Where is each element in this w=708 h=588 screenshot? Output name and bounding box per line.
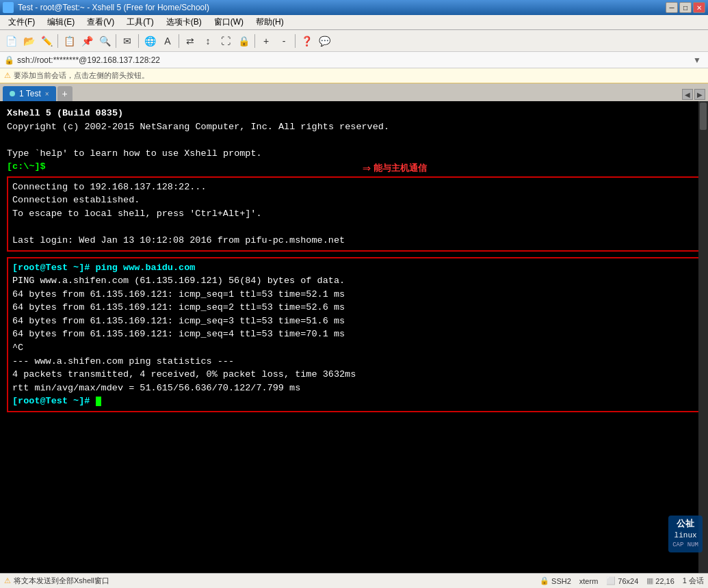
paste-button[interactable]: 📌 (79, 33, 95, 49)
terminal[interactable]: Xshell 5 (Build 0835) Copyright (c) 2002… (0, 101, 708, 573)
close-button[interactable]: ✕ (693, 2, 705, 13)
watermark-line3: CAP NUM (672, 541, 698, 550)
zoom-in-button[interactable]: + (258, 33, 274, 49)
box2-line-6: ^C (12, 341, 696, 355)
box2-line-2: 64 bytes from 61.135.169.121: icmp_seq=1… (12, 288, 696, 302)
toolbar-separator-6 (295, 34, 296, 48)
watermark-line2: linux (672, 531, 698, 541)
titlebar-buttons: ─ □ ✕ (666, 2, 705, 13)
box2-line-8: 4 packets transmitted, 4 received, 0% pa… (12, 368, 696, 382)
status-session: 1 会话 (683, 576, 704, 586)
status-xterm: xterm (579, 577, 599, 585)
tab-label: 1 Test (19, 89, 41, 98)
toolbar-separator-4 (179, 34, 179, 48)
statusbar-left-text: 将文本发送到全部Xshell窗口 (14, 576, 109, 586)
about-button[interactable]: 💬 (316, 33, 332, 49)
menubar: 文件(F) 编辑(E) 查看(V) 工具(T) 选项卡(B) 窗口(W) 帮助(… (0, 15, 708, 30)
pos-icon: ▦ (646, 576, 653, 585)
size-label: 76x24 (618, 577, 638, 585)
menu-help[interactable]: 帮助(H) (250, 15, 289, 29)
address-text[interactable]: ssh://root:********@192.168.137.128:22 (17, 55, 160, 65)
maximize-button[interactable]: □ (679, 2, 692, 13)
terminal-box-1: Connecting to 192.168.137.128:22... Conn… (7, 176, 701, 252)
terminal-header-1: Xshell 5 (Build 0835) (7, 107, 701, 120)
tab-navigation: ◀ ▶ (682, 89, 705, 101)
scrollbar-thumb[interactable] (700, 103, 707, 130)
watermark-line1: 公祉 (672, 518, 698, 531)
box2-line-0: [root@Test ~]# ping www.baidu.com (12, 261, 696, 275)
tab-close-button[interactable]: × (45, 90, 49, 98)
box1-line-2: To escape to local shell, press 'Ctrl+Al… (12, 207, 696, 221)
menu-edit[interactable]: 编辑(E) (42, 15, 80, 29)
prompt-line-1: [c:\~]$ ⇒ 能与主机通信 (7, 160, 701, 174)
box2-line-4: 64 bytes from 61.135.169.121: icmp_seq=3… (12, 315, 696, 328)
lock-button[interactable]: 🔒 (235, 33, 252, 49)
tab-1-test[interactable]: 1 Test × (3, 86, 56, 101)
box2-line-5: 64 bytes from 61.135.169.121: icmp_seq=4… (12, 328, 696, 341)
box1-line-4: Last login: Wed Jan 13 10:12:08 2016 fro… (12, 234, 696, 248)
infobar: ⚠ 要添加当前会话，点击左侧的箭头按钮。 (0, 68, 708, 83)
box2-line-10: [root@Test ~]# (12, 395, 696, 408)
box1-line-blank (12, 221, 696, 235)
new-session-button[interactable]: 📄 (3, 33, 19, 49)
toolbar-separator-3 (138, 34, 139, 48)
zoom-out-button[interactable]: - (276, 33, 292, 49)
app-icon (3, 2, 14, 13)
tab-next-button[interactable]: ▶ (694, 89, 705, 100)
terminal-header-blank (7, 133, 701, 147)
annotation-1: ⇒ 能与主机通信 (363, 159, 427, 178)
statusbar-right: 🔒 SSH2 xterm ⬜ 76x24 ▦ 22,16 1 会话 (540, 576, 704, 586)
statusbar-left: ⚠ 将文本发送到全部Xshell窗口 (4, 576, 534, 586)
size-icon: ⬜ (606, 576, 616, 585)
menu-window[interactable]: 窗口(W) (209, 15, 249, 29)
address-dropdown[interactable]: ▼ (693, 55, 704, 65)
tabbar: 1 Test × + ◀ ▶ (0, 83, 708, 101)
status-ssh2: 🔒 SSH2 (540, 576, 571, 585)
help-button[interactable]: ❓ (298, 33, 315, 49)
addressbar: 🔒 ssh://root:********@192.168.137.128:22… (0, 52, 708, 68)
box2-line-1: PING www.a.shifen.com (61.135.169.121) 5… (12, 274, 696, 288)
xterm-label: xterm (579, 577, 599, 585)
copy-button[interactable]: 📋 (61, 33, 77, 49)
toolbar-separator-2 (116, 34, 116, 48)
connect-button[interactable]: 🌐 (142, 33, 158, 49)
watermark: 公祉 linux CAP NUM (668, 516, 703, 552)
transfer-button[interactable]: ↕ (200, 33, 216, 49)
titlebar-title: Test - root@Test:~ - Xshell 5 (Free for … (3, 2, 209, 13)
terminal-header-4: Type `help' to learn how to use Xshell p… (7, 147, 701, 161)
box2-line-7: --- www.a.shifen.com ping statistics --- (12, 355, 696, 369)
tab-dot (10, 91, 15, 96)
warning-icon: ⚠ (4, 576, 11, 585)
new-tab-button[interactable]: + (57, 86, 73, 101)
tab-prev-button[interactable]: ◀ (682, 89, 693, 100)
info-icon: ⚠ (4, 71, 11, 80)
minimize-button[interactable]: ─ (666, 2, 678, 13)
toolbar: 📄 📂 ✏️ 📋 📌 🔍 ✉ 🌐 A ⇄ ↕ ⛶ 🔒 + - ❓ 💬 (0, 30, 708, 52)
save-button[interactable]: ✏️ (38, 33, 55, 49)
compose-button[interactable]: ✉ (119, 33, 135, 49)
fullscreen-button[interactable]: ⛶ (218, 33, 234, 49)
font-button[interactable]: A (159, 33, 176, 49)
menu-view[interactable]: 查看(V) (81, 15, 120, 29)
box1-line-1: Connection established. (12, 193, 696, 207)
titlebar: Test - root@Test:~ - Xshell 5 (Free for … (0, 0, 708, 15)
ssh2-label: SSH2 (551, 577, 571, 585)
box1-line-0: Connecting to 192.168.137.128:22... (12, 181, 696, 194)
sftp-button[interactable]: ⇄ (182, 33, 198, 49)
menu-tools[interactable]: 工具(T) (121, 15, 159, 29)
menu-tabs[interactable]: 选项卡(B) (161, 15, 207, 29)
pos-label: 22,16 (655, 577, 674, 585)
session-label: 1 会话 (683, 576, 704, 586)
lock-icon: 🔒 (4, 55, 14, 65)
toolbar-separator-1 (57, 34, 58, 48)
status-size: ⬜ 76x24 (606, 576, 638, 585)
window-title: Test - root@Test:~ - Xshell 5 (Free for … (18, 3, 209, 12)
statusbar: ⚠ 将文本发送到全部Xshell窗口 🔒 SSH2 xterm ⬜ 76x24 … (0, 573, 708, 588)
terminal-scrollbar[interactable] (698, 101, 708, 573)
menu-file[interactable]: 文件(F) (3, 15, 40, 29)
box2-line-3: 64 bytes from 61.135.169.121: icmp_seq=2… (12, 301, 696, 315)
find-button[interactable]: 🔍 (96, 33, 113, 49)
open-button[interactable]: 📂 (21, 33, 37, 49)
terminal-header-2: Copyright (c) 2002-2015 NetSarang Comput… (7, 120, 701, 134)
terminal-box-2-container: [root@Test ~]# ping www.baidu.com PING w… (7, 254, 701, 415)
